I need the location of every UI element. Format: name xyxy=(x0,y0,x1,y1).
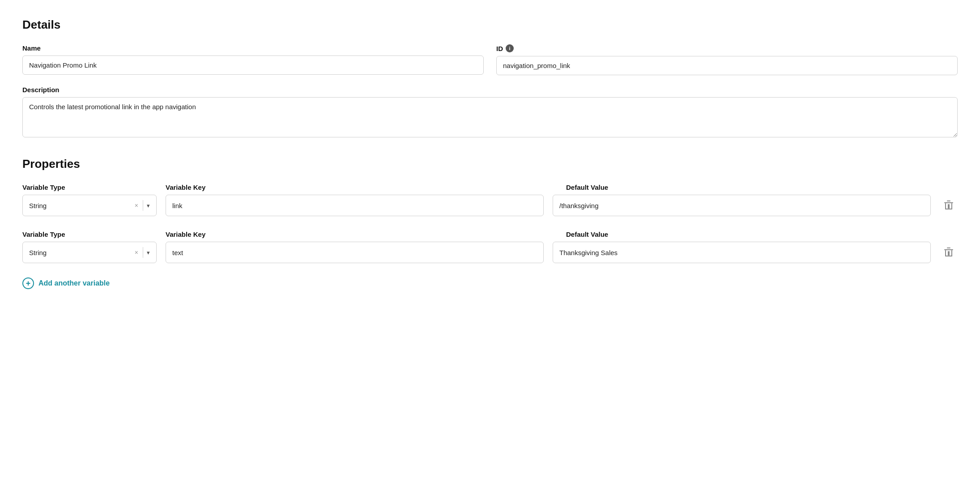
plus-circle-icon: + xyxy=(22,277,34,289)
id-input[interactable] xyxy=(496,56,958,75)
var-type-clear-2[interactable]: × xyxy=(132,249,141,256)
var-default-input-2[interactable] xyxy=(553,242,931,263)
var-type-value-1: String xyxy=(27,202,132,209)
var-type-select-2: String × ▾ xyxy=(22,242,157,263)
delete-var-1[interactable] xyxy=(940,196,958,214)
svg-rect-9 xyxy=(945,250,946,256)
var-key-label-1: Variable Key xyxy=(166,183,557,191)
name-label: Name xyxy=(22,44,484,52)
var-type-arrow-2[interactable]: ▾ xyxy=(145,249,152,256)
var-type-value-2: String xyxy=(27,249,132,256)
svg-rect-7 xyxy=(944,249,953,250)
select-divider-1 xyxy=(143,200,143,211)
var-key-group-2 xyxy=(166,242,544,263)
id-label: ID i xyxy=(496,44,958,52)
svg-rect-3 xyxy=(951,203,952,209)
add-variable-label: Add another variable xyxy=(38,279,110,287)
variable-labels-1: Variable Type Variable Key Default Value xyxy=(22,183,958,191)
var-default-label-2: Default Value xyxy=(566,230,958,238)
properties-title: Properties xyxy=(22,157,958,171)
var-default-input-1[interactable] xyxy=(553,195,931,216)
description-group: Description Controls the latest promotio… xyxy=(22,86,958,139)
svg-rect-1 xyxy=(947,201,950,201)
variable-fields-1: String × ▾ xyxy=(22,195,958,216)
add-variable-button[interactable]: + Add another variable xyxy=(22,277,110,289)
var-key-input-2[interactable] xyxy=(166,242,544,263)
svg-rect-12 xyxy=(948,251,949,256)
name-id-row: Name ID i xyxy=(22,44,958,75)
svg-rect-0 xyxy=(944,202,953,203)
name-group: Name xyxy=(22,44,484,75)
properties-section: Properties Variable Type Variable Key De… xyxy=(22,157,958,289)
id-info-icon: i xyxy=(506,44,514,52)
svg-rect-10 xyxy=(951,250,952,256)
var-type-select-1: String × ▾ xyxy=(22,195,157,216)
id-group: ID i xyxy=(496,44,958,75)
delete-var-2[interactable] xyxy=(940,243,958,261)
var-default-group-1 xyxy=(553,195,931,216)
var-default-label-1: Default Value xyxy=(566,183,958,191)
description-label: Description xyxy=(22,86,958,94)
var-key-group-1 xyxy=(166,195,544,216)
description-input[interactable]: Controls the latest promotional link in … xyxy=(22,97,958,137)
var-type-clear-1[interactable]: × xyxy=(132,202,141,209)
var-type-arrow-1[interactable]: ▾ xyxy=(145,202,152,209)
svg-rect-6 xyxy=(949,204,950,209)
variable-row-1: Variable Type Variable Key Default Value… xyxy=(22,183,958,216)
svg-rect-11 xyxy=(945,256,952,256)
svg-rect-2 xyxy=(945,203,946,209)
select-divider-2 xyxy=(143,247,143,258)
name-input[interactable] xyxy=(22,55,484,75)
var-key-label-2: Variable Key xyxy=(166,230,557,238)
details-title: Details xyxy=(22,18,958,32)
var-default-group-2 xyxy=(553,242,931,263)
var-type-label-1: Variable Type xyxy=(22,183,157,191)
svg-rect-13 xyxy=(949,251,950,256)
var-key-input-1[interactable] xyxy=(166,195,544,216)
svg-rect-4 xyxy=(945,209,952,209)
svg-rect-5 xyxy=(948,204,949,209)
variable-fields-2: String × ▾ xyxy=(22,242,958,263)
svg-rect-8 xyxy=(947,248,950,248)
details-section: Details Name ID i Description Controls t… xyxy=(22,18,958,139)
var-type-label-2: Variable Type xyxy=(22,230,157,238)
variable-row-2: Variable Type Variable Key Default Value… xyxy=(22,230,958,263)
variable-labels-2: Variable Type Variable Key Default Value xyxy=(22,230,958,238)
